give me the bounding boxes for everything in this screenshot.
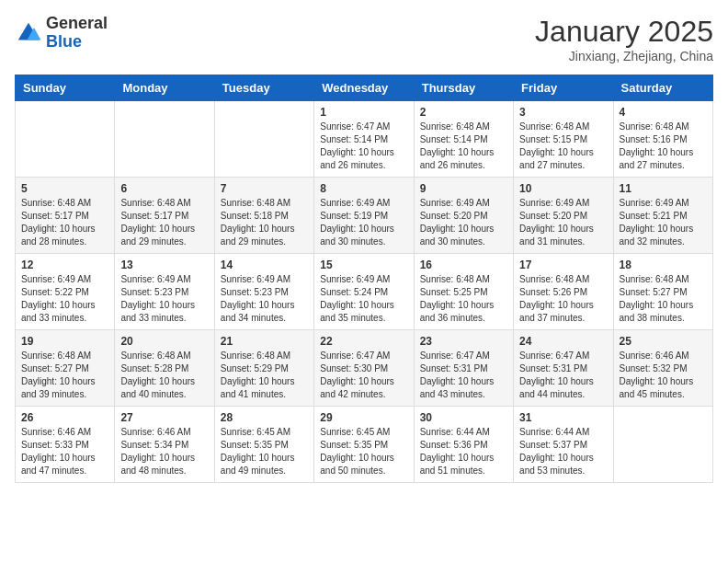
day-info: Sunrise: 6:49 AM Sunset: 5:24 PM Dayligh…: [320, 273, 407, 325]
calendar-cell: 19Sunrise: 6:48 AM Sunset: 5:27 PM Dayli…: [16, 330, 115, 407]
weekday-header: Wednesday: [314, 75, 414, 101]
day-number: 19: [21, 335, 108, 348]
day-info: Sunrise: 6:48 AM Sunset: 5:25 PM Dayligh…: [420, 273, 507, 325]
day-number: 12: [21, 259, 108, 271]
calendar-cell: 11Sunrise: 6:49 AM Sunset: 5:21 PM Dayli…: [613, 178, 712, 254]
day-number: 24: [519, 335, 607, 348]
day-number: 8: [320, 182, 407, 195]
calendar-table: SundayMondayTuesdayWednesdayThursdayFrid…: [15, 75, 713, 483]
title-block: January 2025 Jinxiang, Zhejiang, China: [535, 15, 713, 63]
day-number: 10: [519, 182, 607, 195]
calendar-cell: 25Sunrise: 6:46 AM Sunset: 5:32 PM Dayli…: [613, 330, 712, 407]
day-info: Sunrise: 6:48 AM Sunset: 5:17 PM Dayligh…: [21, 197, 108, 248]
calendar-cell: [613, 407, 712, 483]
logo-text: General Blue: [46, 15, 108, 52]
page-header: General Blue January 2025 Jinxiang, Zhej…: [15, 15, 713, 63]
day-number: 20: [120, 335, 208, 348]
calendar-week-row: 1Sunrise: 6:47 AM Sunset: 5:14 PM Daylig…: [16, 101, 713, 178]
day-info: Sunrise: 6:48 AM Sunset: 5:14 PM Dayligh…: [420, 121, 507, 172]
day-info: Sunrise: 6:48 AM Sunset: 5:28 PM Dayligh…: [120, 350, 208, 401]
day-info: Sunrise: 6:44 AM Sunset: 5:37 PM Dayligh…: [519, 426, 607, 477]
day-info: Sunrise: 6:45 AM Sunset: 5:35 PM Dayligh…: [221, 426, 308, 477]
day-info: Sunrise: 6:49 AM Sunset: 5:20 PM Dayligh…: [420, 197, 507, 248]
logo-general: General: [46, 14, 108, 32]
day-number: 4: [620, 106, 707, 119]
calendar-cell: 20Sunrise: 6:48 AM Sunset: 5:28 PM Dayli…: [115, 330, 214, 407]
day-number: 27: [120, 411, 208, 424]
weekday-header: Tuesday: [214, 75, 313, 101]
day-info: Sunrise: 6:49 AM Sunset: 5:22 PM Dayligh…: [21, 273, 108, 325]
day-info: Sunrise: 6:48 AM Sunset: 5:17 PM Dayligh…: [120, 197, 208, 248]
day-number: 22: [320, 335, 407, 348]
calendar-cell: 3Sunrise: 6:48 AM Sunset: 5:15 PM Daylig…: [514, 101, 613, 178]
day-info: Sunrise: 6:48 AM Sunset: 5:27 PM Dayligh…: [21, 350, 108, 401]
day-info: Sunrise: 6:47 AM Sunset: 5:31 PM Dayligh…: [420, 350, 507, 401]
day-number: 13: [120, 259, 208, 271]
day-info: Sunrise: 6:44 AM Sunset: 5:36 PM Dayligh…: [420, 426, 507, 477]
month-title: January 2025: [535, 15, 713, 49]
calendar-cell: 8Sunrise: 6:49 AM Sunset: 5:19 PM Daylig…: [314, 178, 414, 254]
calendar-cell: 28Sunrise: 6:45 AM Sunset: 5:35 PM Dayli…: [214, 407, 313, 483]
logo-icon: [15, 19, 42, 47]
day-number: 11: [620, 182, 707, 195]
day-number: 3: [519, 106, 607, 119]
calendar-cell: 7Sunrise: 6:48 AM Sunset: 5:18 PM Daylig…: [214, 178, 313, 254]
calendar-week-row: 19Sunrise: 6:48 AM Sunset: 5:27 PM Dayli…: [16, 330, 713, 407]
calendar-cell: [16, 101, 115, 178]
day-info: Sunrise: 6:49 AM Sunset: 5:23 PM Dayligh…: [221, 273, 308, 325]
day-info: Sunrise: 6:49 AM Sunset: 5:23 PM Dayligh…: [120, 273, 208, 325]
day-number: 6: [120, 182, 208, 195]
day-number: 30: [420, 411, 507, 424]
day-number: 18: [620, 259, 707, 271]
weekday-header-row: SundayMondayTuesdayWednesdayThursdayFrid…: [16, 75, 713, 101]
day-number: 15: [320, 259, 407, 271]
day-info: Sunrise: 6:46 AM Sunset: 5:32 PM Dayligh…: [620, 350, 707, 401]
calendar-cell: 6Sunrise: 6:48 AM Sunset: 5:17 PM Daylig…: [115, 178, 214, 254]
day-info: Sunrise: 6:48 AM Sunset: 5:29 PM Dayligh…: [221, 350, 308, 401]
calendar-cell: 4Sunrise: 6:48 AM Sunset: 5:16 PM Daylig…: [613, 101, 712, 178]
calendar-cell: 31Sunrise: 6:44 AM Sunset: 5:37 PM Dayli…: [514, 407, 613, 483]
calendar-cell: 27Sunrise: 6:46 AM Sunset: 5:34 PM Dayli…: [115, 407, 214, 483]
day-number: 16: [420, 259, 507, 271]
calendar-cell: 15Sunrise: 6:49 AM Sunset: 5:24 PM Dayli…: [314, 254, 414, 330]
day-number: 21: [221, 335, 308, 348]
day-number: 31: [519, 411, 607, 424]
day-number: 25: [620, 335, 707, 348]
day-info: Sunrise: 6:45 AM Sunset: 5:35 PM Dayligh…: [320, 426, 407, 477]
day-info: Sunrise: 6:48 AM Sunset: 5:26 PM Dayligh…: [519, 273, 607, 325]
day-number: 23: [420, 335, 507, 348]
day-number: 26: [21, 411, 108, 424]
day-info: Sunrise: 6:48 AM Sunset: 5:16 PM Dayligh…: [620, 121, 707, 172]
day-info: Sunrise: 6:47 AM Sunset: 5:30 PM Dayligh…: [320, 350, 407, 401]
day-info: Sunrise: 6:49 AM Sunset: 5:19 PM Dayligh…: [320, 197, 407, 248]
calendar-cell: 29Sunrise: 6:45 AM Sunset: 5:35 PM Dayli…: [314, 407, 414, 483]
day-number: 17: [519, 259, 607, 271]
weekday-header: Sunday: [16, 75, 115, 101]
logo: General Blue: [15, 15, 108, 52]
calendar-cell: 23Sunrise: 6:47 AM Sunset: 5:31 PM Dayli…: [414, 330, 513, 407]
calendar-cell: 10Sunrise: 6:49 AM Sunset: 5:20 PM Dayli…: [514, 178, 613, 254]
day-number: 29: [320, 411, 407, 424]
calendar-cell: [115, 101, 214, 178]
logo-blue: Blue: [46, 32, 82, 51]
day-info: Sunrise: 6:48 AM Sunset: 5:27 PM Dayligh…: [620, 273, 707, 325]
day-number: 7: [221, 182, 308, 195]
day-number: 14: [221, 259, 308, 271]
calendar-cell: 17Sunrise: 6:48 AM Sunset: 5:26 PM Dayli…: [514, 254, 613, 330]
day-number: 9: [420, 182, 507, 195]
calendar-week-row: 12Sunrise: 6:49 AM Sunset: 5:22 PM Dayli…: [16, 254, 713, 330]
weekday-header: Saturday: [613, 75, 712, 101]
calendar-cell: 30Sunrise: 6:44 AM Sunset: 5:36 PM Dayli…: [414, 407, 513, 483]
calendar-cell: [214, 101, 313, 178]
day-number: 28: [221, 411, 308, 424]
weekday-header: Thursday: [414, 75, 513, 101]
day-number: 2: [420, 106, 507, 119]
calendar-cell: 13Sunrise: 6:49 AM Sunset: 5:23 PM Dayli…: [115, 254, 214, 330]
calendar-cell: 14Sunrise: 6:49 AM Sunset: 5:23 PM Dayli…: [214, 254, 313, 330]
calendar-cell: 18Sunrise: 6:48 AM Sunset: 5:27 PM Dayli…: [613, 254, 712, 330]
location-subtitle: Jinxiang, Zhejiang, China: [535, 49, 713, 63]
calendar-cell: 21Sunrise: 6:48 AM Sunset: 5:29 PM Dayli…: [214, 330, 313, 407]
day-info: Sunrise: 6:47 AM Sunset: 5:14 PM Dayligh…: [320, 121, 407, 172]
calendar-cell: 26Sunrise: 6:46 AM Sunset: 5:33 PM Dayli…: [16, 407, 115, 483]
weekday-header: Friday: [514, 75, 613, 101]
